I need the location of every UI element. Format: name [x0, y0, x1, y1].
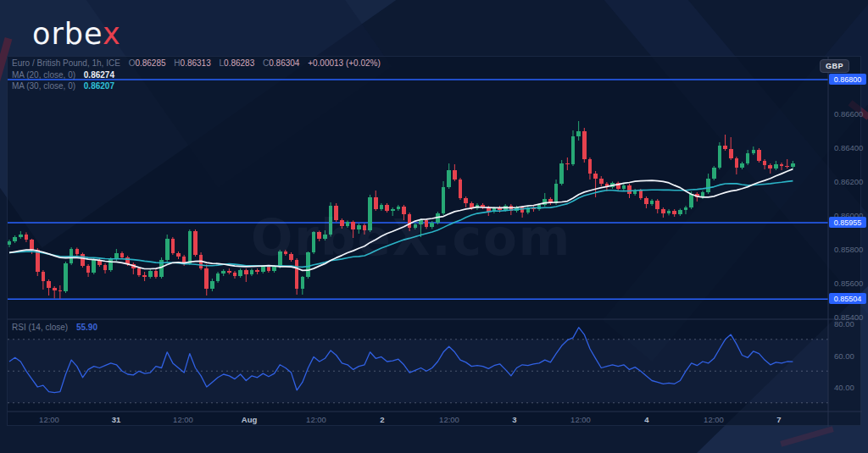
candle-body	[351, 222, 355, 229]
candle-body	[103, 265, 108, 270]
price-tick-label: 0.85800	[834, 245, 863, 254]
time-tick-label: 12:00	[704, 415, 724, 424]
ma30-line	[9, 181, 793, 268]
candle-body	[729, 149, 733, 158]
ma20-label[interactable]: MA (20, close, 0)	[12, 70, 75, 80]
candle-body	[712, 168, 716, 179]
candle-body	[323, 235, 327, 239]
high-label: H	[174, 58, 180, 68]
close-value: 0.86304	[269, 58, 299, 68]
candle-body	[301, 277, 305, 289]
candle-body	[559, 163, 564, 184]
candle-body	[582, 131, 587, 159]
candle-body	[408, 214, 412, 228]
candle-body	[385, 205, 389, 211]
candle-body	[746, 153, 750, 163]
candle-body	[30, 240, 34, 250]
price-tick-label: 0.86200	[834, 177, 863, 186]
candle-body	[233, 273, 237, 276]
candle-body	[137, 268, 142, 275]
time-tick-label: 7	[776, 415, 781, 424]
ma20-value: 0.86274	[84, 70, 114, 80]
candle-body	[402, 207, 406, 214]
candle-body	[425, 220, 429, 227]
candle-body	[661, 209, 665, 213]
candle-body	[272, 267, 276, 271]
rsi-legend-row: RSI (14, close) 55.90	[12, 323, 97, 332]
candle-body	[120, 253, 125, 257]
candle-body	[622, 185, 626, 189]
candle-body	[148, 271, 153, 277]
candle-body	[740, 163, 744, 168]
candle-body	[317, 232, 321, 239]
candle-body	[295, 260, 299, 289]
candle-body	[238, 270, 242, 276]
candle-body	[785, 166, 789, 167]
candle-body	[42, 272, 46, 281]
ma20-line	[9, 169, 793, 271]
candle-body	[678, 210, 682, 214]
candle-body	[250, 270, 254, 274]
candle-body	[459, 180, 463, 198]
candle-body	[193, 231, 198, 255]
candle-body	[340, 220, 344, 226]
price-tick-label: 0.86400	[834, 143, 863, 152]
candle-body	[363, 225, 367, 230]
candle-body	[267, 267, 271, 271]
candle-body	[165, 239, 170, 260]
candle-body	[430, 223, 434, 227]
candle-body	[86, 266, 91, 273]
candle-body	[672, 211, 676, 214]
candle-body	[542, 199, 547, 205]
candle-body	[329, 206, 333, 235]
candle-body	[397, 207, 401, 209]
candle-body	[75, 249, 80, 254]
candle-body	[644, 198, 648, 204]
logo-x-glyph: x	[103, 17, 121, 51]
candle-body	[419, 220, 423, 224]
time-tick-label: 31	[112, 415, 121, 424]
candle-body	[306, 252, 310, 277]
candle-body	[210, 281, 214, 289]
candle-body	[368, 197, 372, 230]
ma30-legend-row: MA (30, close, 0) 0.86207	[12, 81, 114, 91]
candle-body	[380, 205, 384, 209]
rsi-label[interactable]: RSI (14, close)	[12, 323, 68, 332]
candle-body	[334, 206, 338, 220]
candle-body	[36, 250, 40, 272]
candle-body	[571, 136, 576, 164]
candle-body	[204, 268, 209, 289]
background-red-accent	[780, 426, 833, 446]
candle-body	[391, 209, 395, 211]
candle-body	[64, 263, 68, 291]
candle-body	[176, 253, 181, 257]
candle-body	[735, 158, 739, 168]
candle-body	[25, 235, 29, 240]
candle-body	[171, 239, 175, 253]
candle-body	[289, 254, 293, 260]
chart-canvas[interactable]	[8, 57, 862, 427]
candle-body	[261, 267, 265, 272]
rsi-value: 55.90	[76, 323, 97, 332]
candle-body	[216, 273, 220, 281]
ma20-legend-row: MA (20, close, 0) 0.86274	[12, 70, 114, 80]
candle-body	[346, 222, 350, 226]
chart-widget[interactable]: OrbeX.com Euro / British Pound, 1h, ICE …	[7, 56, 861, 426]
ma30-label[interactable]: MA (30, close, 0)	[12, 81, 75, 91]
price-tick-label: 0.85600	[834, 279, 863, 288]
candle-body	[723, 146, 727, 149]
candle-body	[154, 271, 159, 277]
candle-body	[447, 170, 451, 187]
candle-body	[718, 146, 722, 168]
symbol-title[interactable]: Euro / British Pound, 1h, ICE	[12, 58, 120, 68]
currency-button[interactable]: GBP	[820, 59, 849, 73]
candle-body	[47, 281, 51, 288]
rsi-tick-label: 80.00	[834, 319, 854, 329]
time-tick-label: 2	[380, 415, 384, 424]
candle-body	[757, 150, 761, 161]
price-level-badge: 0.85955	[829, 217, 866, 228]
candle-body	[650, 201, 654, 204]
candle-body	[689, 194, 693, 207]
candle-body	[684, 207, 688, 210]
candle-body	[13, 237, 17, 241]
